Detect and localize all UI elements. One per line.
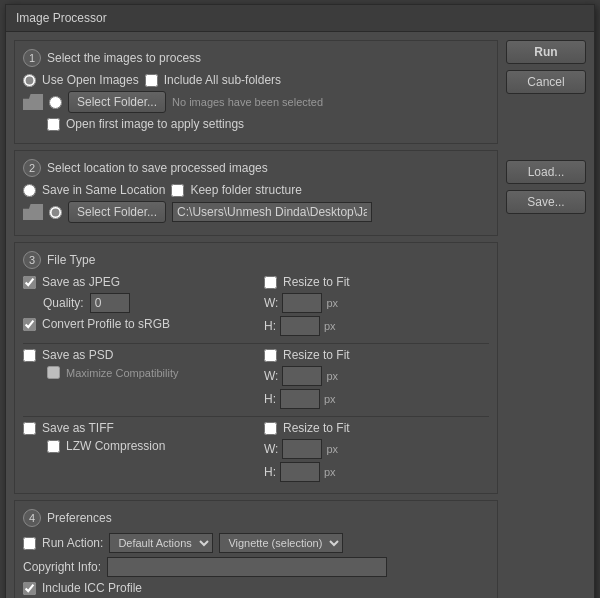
maximize-compat-checkbox[interactable] [47, 366, 60, 379]
right-panel: Run Cancel Load... Save... [506, 40, 586, 598]
jpeg-right: Resize to Fit W: px H: px [264, 275, 489, 339]
keep-folder-structure-checkbox[interactable] [171, 184, 184, 197]
save-as-psd-checkbox[interactable] [23, 349, 36, 362]
jpeg-w-px: px [326, 297, 338, 309]
tiff-w-label: W: [264, 442, 278, 456]
psd-resize-label: Resize to Fit [283, 348, 350, 362]
convert-profile-label: Convert Profile to sRGB [42, 317, 170, 331]
save-same-location-row: Save in Same Location Keep folder struct… [23, 183, 489, 197]
psd-w-input[interactable] [282, 366, 322, 386]
use-open-images-row: Use Open Images Include All sub-folders [23, 73, 489, 87]
jpeg-resize-row: Resize to Fit [264, 275, 489, 289]
psd-resize-checkbox[interactable] [264, 349, 277, 362]
title-bar: Image Processor [6, 5, 594, 32]
section-4: 4 Preferences Run Action: Default Action… [14, 500, 498, 598]
copyright-input[interactable] [107, 557, 387, 577]
tiff-h-label: H: [264, 465, 276, 479]
load-button[interactable]: Load... [506, 160, 586, 184]
psd-h-px: px [324, 393, 336, 405]
save-same-location-label: Save in Same Location [42, 183, 165, 197]
select-folder-radio[interactable] [49, 96, 62, 109]
section-number-4: 4 [23, 509, 41, 527]
vignette-select[interactable]: Vignette (selection) [219, 533, 343, 553]
save-button[interactable]: Save... [506, 190, 586, 214]
use-open-images-radio[interactable] [23, 74, 36, 87]
tiff-h-row: H: px [264, 462, 489, 482]
tiff-resize-checkbox[interactable] [264, 422, 277, 435]
section-number-1: 1 [23, 49, 41, 67]
quality-input[interactable] [90, 293, 130, 313]
save-as-jpeg-row: Save as JPEG [23, 275, 248, 289]
select-folder-row-1: Select Folder... No images have been sel… [23, 91, 489, 113]
jpeg-left: Save as JPEG Quality: Convert Profile to… [23, 275, 248, 339]
tiff-block: Save as TIFF LZW Compression Resize to F… [23, 421, 489, 485]
tiff-w-input[interactable] [282, 439, 322, 459]
tiff-w-row: W: px [264, 439, 489, 459]
section-1: 1 Select the images to process Use Open … [14, 40, 498, 144]
folder-icon-2 [23, 204, 43, 220]
psd-h-input[interactable] [280, 389, 320, 409]
select-folder-button-1[interactable]: Select Folder... [68, 91, 166, 113]
save-same-location-radio[interactable] [23, 184, 36, 197]
psd-left: Save as PSD Maximize Compatibility [23, 348, 248, 412]
cancel-button[interactable]: Cancel [506, 70, 586, 94]
section-3-label: File Type [47, 253, 95, 267]
psd-right: Resize to Fit W: px H: px [264, 348, 489, 412]
tiff-right: Resize to Fit W: px H: px [264, 421, 489, 485]
include-subfolders-label: Include All sub-folders [164, 73, 281, 87]
run-action-checkbox[interactable] [23, 537, 36, 550]
lzw-checkbox[interactable] [47, 440, 60, 453]
default-actions-select[interactable]: Default Actions [109, 533, 213, 553]
save-as-tiff-label: Save as TIFF [42, 421, 114, 435]
jpeg-w-input[interactable] [282, 293, 322, 313]
open-first-checkbox[interactable] [47, 118, 60, 131]
run-button[interactable]: Run [506, 40, 586, 64]
save-as-tiff-row: Save as TIFF [23, 421, 248, 435]
load-save-group: Load... Save... [506, 160, 586, 214]
dest-folder-radio[interactable] [49, 206, 62, 219]
jpeg-h-px: px [324, 320, 336, 332]
icc-profile-label: Include ICC Profile [42, 581, 142, 595]
psd-h-label: H: [264, 392, 276, 406]
psd-block: Save as PSD Maximize Compatibility Resiz… [23, 348, 489, 412]
save-as-tiff-checkbox[interactable] [23, 422, 36, 435]
convert-profile-checkbox[interactable] [23, 318, 36, 331]
save-as-psd-label: Save as PSD [42, 348, 113, 362]
save-as-jpeg-checkbox[interactable] [23, 276, 36, 289]
keep-folder-structure-label: Keep folder structure [190, 183, 301, 197]
quality-label: Quality: [43, 296, 84, 310]
psd-w-label: W: [264, 369, 278, 383]
tiff-h-input[interactable] [280, 462, 320, 482]
tiff-left: Save as TIFF LZW Compression [23, 421, 248, 485]
include-subfolders-checkbox[interactable] [145, 74, 158, 87]
left-panel: 1 Select the images to process Use Open … [14, 40, 498, 598]
tiff-h-px: px [324, 466, 336, 478]
psd-resize-row: Resize to Fit [264, 348, 489, 362]
maximize-compat-label: Maximize Compatibility [66, 367, 178, 379]
jpeg-resize-checkbox[interactable] [264, 276, 277, 289]
lzw-row: LZW Compression [23, 439, 248, 453]
section-3: 3 File Type Save as JPEG Quality: [14, 242, 498, 494]
folder-icon-1 [23, 94, 43, 110]
section-1-label: Select the images to process [47, 51, 201, 65]
jpeg-h-input[interactable] [280, 316, 320, 336]
tiff-w-px: px [326, 443, 338, 455]
select-folder-button-2[interactable]: Select Folder... [68, 201, 166, 223]
psd-h-row: H: px [264, 389, 489, 409]
dest-path-input[interactable] [172, 202, 372, 222]
copyright-label: Copyright Info: [23, 560, 101, 574]
tiff-resize-label: Resize to Fit [283, 421, 350, 435]
jpeg-h-row: H: px [264, 316, 489, 336]
dialog-title: Image Processor [16, 11, 107, 25]
psd-w-row: W: px [264, 366, 489, 386]
icc-row: Include ICC Profile [23, 581, 489, 595]
psd-w-px: px [326, 370, 338, 382]
section-2-label: Select location to save processed images [47, 161, 268, 175]
jpeg-block: Save as JPEG Quality: Convert Profile to… [23, 275, 489, 339]
jpeg-w-row: W: px [264, 293, 489, 313]
open-first-label: Open first image to apply settings [66, 117, 244, 131]
convert-profile-row: Convert Profile to sRGB [23, 317, 248, 331]
icc-profile-checkbox[interactable] [23, 582, 36, 595]
run-action-label: Run Action: [42, 536, 103, 550]
quality-row: Quality: [43, 293, 248, 313]
